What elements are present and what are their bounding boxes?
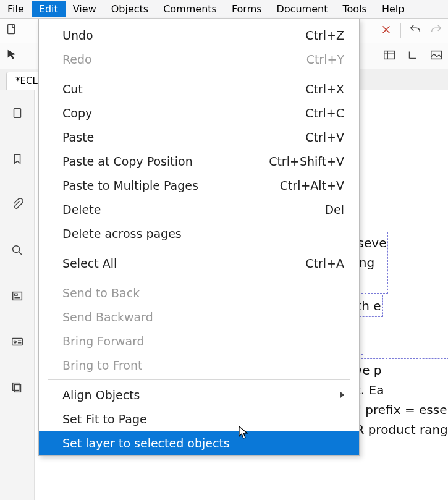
form-fields-icon[interactable]	[6, 284, 29, 308]
undo-icon[interactable]	[408, 23, 422, 39]
new-doc-icon[interactable]	[5, 23, 19, 39]
cursor-icon	[239, 426, 250, 439]
svg-rect-9	[14, 384, 20, 392]
svg-rect-1	[384, 51, 395, 59]
columns-icon[interactable]	[382, 48, 396, 64]
menu-tools[interactable]: Tools	[335, 1, 374, 17]
menu-document[interactable]: Document	[269, 1, 336, 17]
menu-file[interactable]: File	[0, 1, 32, 17]
menu-help[interactable]: Help	[374, 1, 412, 17]
menubar: File Edit View Objects Comments Forms Do…	[0, 0, 448, 19]
text-baseline-icon[interactable]	[406, 48, 420, 64]
menu-set-layer[interactable]: Set layer to selected objects	[39, 431, 359, 455]
svg-point-8	[14, 341, 16, 343]
menu-set-fit-page[interactable]: Set Fit to Page	[39, 407, 359, 431]
side-toolbar	[0, 90, 35, 500]
menu-delete[interactable]: DeleteDel	[39, 197, 359, 221]
svg-point-4	[12, 246, 19, 253]
menu-copy[interactable]: CopyCtrl+C	[39, 101, 359, 125]
menu-align-objects[interactable]: Align Objects	[39, 383, 359, 407]
svg-rect-3	[14, 109, 20, 118]
svg-rect-0	[8, 24, 15, 33]
menu-delete-across[interactable]: Delete across pages	[39, 221, 359, 245]
menu-comments[interactable]: Comments	[156, 1, 224, 17]
pointer-tool-icon[interactable]	[5, 48, 19, 64]
menu-paste-multiple[interactable]: Paste to Multiple PagesCtrl+Alt+V	[39, 173, 359, 197]
menu-edit[interactable]: Edit	[32, 1, 66, 17]
pages-stack-icon[interactable]	[6, 376, 29, 399]
menu-send-to-back[interactable]: Send to Back	[39, 281, 359, 305]
redo-icon[interactable]	[429, 23, 443, 39]
menu-objects[interactable]: Objects	[104, 1, 156, 17]
image-icon[interactable]	[429, 48, 443, 64]
edit-dropdown: UndoCtrl+Z RedoCtrl+Y CutCtrl+X CopyCtrl…	[38, 19, 360, 456]
menu-select-all[interactable]: Select AllCtrl+A	[39, 251, 359, 275]
menu-send-backward[interactable]: Send Backward	[39, 305, 359, 329]
svg-rect-6	[14, 294, 17, 295]
menu-paste[interactable]: PasteCtrl+V	[39, 125, 359, 149]
menu-redo[interactable]: RedoCtrl+Y	[39, 47, 359, 71]
attachment-icon[interactable]	[6, 193, 29, 216]
menu-paste-at-position[interactable]: Paste at Copy PositionCtrl+Shift+V	[39, 149, 359, 173]
bookmark-icon[interactable]	[6, 147, 29, 171]
page-icon[interactable]	[6, 101, 29, 125]
svg-rect-10	[12, 383, 19, 391]
close-x-icon[interactable]	[379, 23, 393, 39]
menu-undo[interactable]: UndoCtrl+Z	[39, 23, 359, 47]
separator	[400, 23, 401, 38]
menu-forms[interactable]: Forms	[224, 1, 269, 17]
menu-bring-to-front[interactable]: Bring to Front	[39, 353, 359, 377]
svg-rect-5	[12, 292, 22, 300]
id-card-icon[interactable]	[6, 330, 29, 354]
search-icon[interactable]	[6, 239, 29, 262]
menu-cut[interactable]: CutCtrl+X	[39, 77, 359, 101]
menu-bring-forward[interactable]: Bring Forward	[39, 329, 359, 353]
menu-view[interactable]: View	[66, 1, 104, 17]
